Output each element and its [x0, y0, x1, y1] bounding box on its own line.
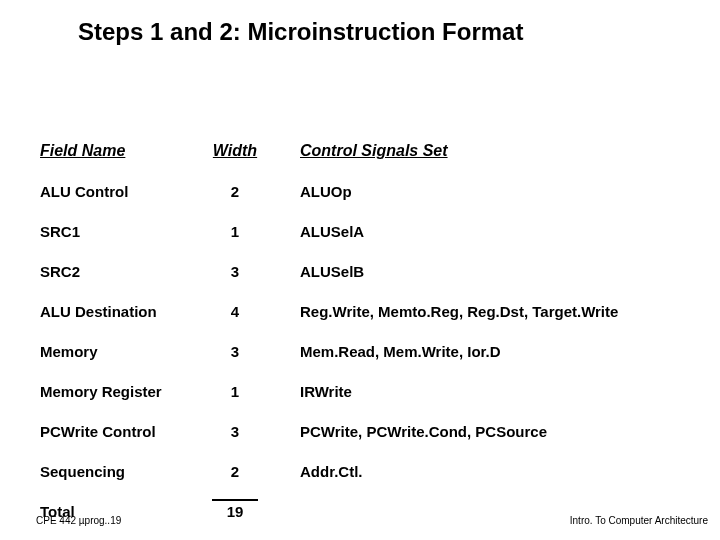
- cell-field: SRC1: [40, 223, 200, 240]
- cell-width: 1: [200, 223, 270, 240]
- footer-left: CPE 442 µprog..19: [36, 515, 121, 526]
- total-value: 19: [200, 503, 270, 520]
- cell-width: 2: [200, 183, 270, 200]
- slide-title: Steps 1 and 2: Microinstruction Format: [78, 18, 523, 46]
- cell-field: SRC2: [40, 263, 200, 280]
- cell-field: ALU Destination: [40, 303, 200, 320]
- table-row: Memory Register 1 IRWrite: [40, 360, 700, 400]
- slide: Steps 1 and 2: Microinstruction Format F…: [0, 0, 720, 540]
- table-row: Sequencing 2 Addr.Ctl.: [40, 440, 700, 480]
- cell-field: Memory: [40, 343, 200, 360]
- table-row: ALU Control 2 ALUOp: [40, 160, 700, 200]
- header-field: Field Name: [40, 142, 200, 160]
- cell-width: 3: [200, 263, 270, 280]
- total-divider: [212, 499, 258, 501]
- cell-signals: IRWrite: [270, 383, 700, 400]
- table-row: SRC1 1 ALUSelA: [40, 200, 700, 240]
- table-row: Memory 3 Mem.Read, Mem.Write, Ior.D: [40, 320, 700, 360]
- cell-signals: ALUOp: [270, 183, 700, 200]
- cell-width: 4: [200, 303, 270, 320]
- table-total-row: Total 19: [40, 480, 700, 520]
- table-row: PCWrite Control 3 PCWrite, PCWrite.Cond,…: [40, 400, 700, 440]
- cell-signals: ALUSelB: [270, 263, 700, 280]
- header-signals: Control Signals Set: [270, 142, 700, 160]
- cell-signals: ALUSelA: [270, 223, 700, 240]
- table-row: ALU Destination 4 Reg.Write, Memto.Reg, …: [40, 280, 700, 320]
- cell-signals: Reg.Write, Memto.Reg, Reg.Dst, Target.Wr…: [270, 303, 700, 320]
- cell-field: Sequencing: [40, 463, 200, 480]
- total-width-cell: 19: [200, 499, 270, 520]
- cell-signals: PCWrite, PCWrite.Cond, PCSource: [270, 423, 700, 440]
- cell-width: 2: [200, 463, 270, 480]
- cell-width: 1: [200, 383, 270, 400]
- cell-width: 3: [200, 423, 270, 440]
- cell-field: PCWrite Control: [40, 423, 200, 440]
- cell-field: ALU Control: [40, 183, 200, 200]
- header-width: Width: [200, 142, 270, 160]
- cell-signals: Mem.Read, Mem.Write, Ior.D: [270, 343, 700, 360]
- microinstruction-table: Field Name Width Control Signals Set ALU…: [40, 120, 700, 520]
- cell-width: 3: [200, 343, 270, 360]
- table-row: SRC2 3 ALUSelB: [40, 240, 700, 280]
- cell-signals: Addr.Ctl.: [270, 463, 700, 480]
- cell-field: Memory Register: [40, 383, 200, 400]
- table-header-row: Field Name Width Control Signals Set: [40, 120, 700, 160]
- footer-right: Intro. To Computer Architecture: [570, 515, 708, 526]
